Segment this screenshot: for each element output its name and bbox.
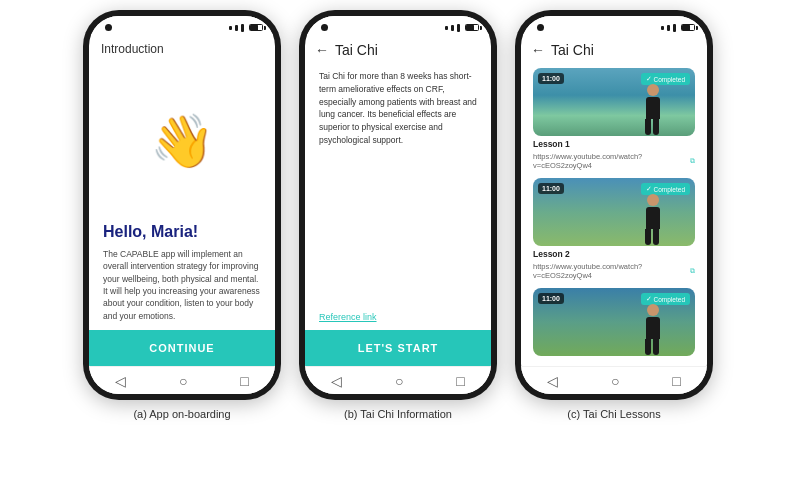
camera-dot <box>537 24 544 31</box>
nav-recent[interactable]: □ <box>456 373 464 389</box>
nav-recent[interactable]: □ <box>672 373 680 389</box>
description-text: The CAPABLE app will implement an overal… <box>103 248 261 322</box>
lesson-item-2: 11:00 ✓ Completed Lesson 2 <box>533 178 695 280</box>
signal3 <box>241 24 244 32</box>
reference-link[interactable]: Reference link <box>319 312 477 322</box>
nav-home[interactable]: ○ <box>611 373 619 389</box>
phone2-nav-bar: ◁ ○ □ <box>305 366 491 394</box>
taichi-lessons-title: Tai Chi <box>551 42 594 58</box>
intro-title: Introduction <box>101 42 164 56</box>
phone1-header: Introduction <box>89 36 275 60</box>
phone3-status-bar <box>521 16 707 36</box>
phone1-inner: Introduction 👋 Hello, Maria! The CAPABLE… <box>89 16 275 394</box>
nav-back[interactable]: ◁ <box>547 373 558 389</box>
caption3: (c) Tai Chi Lessons <box>515 408 713 420</box>
battery <box>465 24 479 31</box>
continue-button[interactable]: CONTINUE <box>89 330 275 366</box>
signal1 <box>661 26 664 30</box>
lesson2-label: Lesson 2 <box>533 249 695 259</box>
nav-back[interactable]: ◁ <box>115 373 126 389</box>
signal1 <box>445 26 448 30</box>
phone3-container: ← Tai Chi 11:00 ✓ Completed <box>515 10 713 400</box>
external-link-icon: ⧉ <box>690 157 695 165</box>
lesson3-thumbnail[interactable]: 11:00 ✓ Completed <box>533 288 695 356</box>
lesson2-link[interactable]: https://www.youtube.com/watch?v=cEOS2zoy… <box>533 262 695 280</box>
phone2-inner: ← Tai Chi Tai Chi for more than 8 weeks … <box>305 16 491 394</box>
phone2-body: Tai Chi for more than 8 weeks has short-… <box>305 62 491 330</box>
lesson1-thumbnail[interactable]: 11:00 ✓ Completed <box>533 68 695 136</box>
battery <box>681 24 695 31</box>
status-right <box>445 24 479 32</box>
lesson1-link[interactable]: https://www.youtube.com/watch?v=cEOS2zoy… <box>533 152 695 170</box>
signal1 <box>229 26 232 30</box>
taichi-info-title: Tai Chi <box>335 42 378 58</box>
lesson3-time: 11:00 <box>538 293 564 304</box>
battery <box>249 24 263 31</box>
phone1: Introduction 👋 Hello, Maria! The CAPABLE… <box>83 10 281 400</box>
signal3 <box>673 24 676 32</box>
lesson1-time: 11:00 <box>538 73 564 84</box>
nav-home[interactable]: ○ <box>179 373 187 389</box>
phones-row: Introduction 👋 Hello, Maria! The CAPABLE… <box>20 10 776 400</box>
camera-dot <box>105 24 112 31</box>
greeting-text: Hello, Maria! <box>103 223 261 241</box>
back-button[interactable]: ← <box>315 42 329 58</box>
caption1: (a) App on-boarding <box>83 408 281 420</box>
nav-back[interactable]: ◁ <box>331 373 342 389</box>
phone3: ← Tai Chi 11:00 ✓ Completed <box>515 10 713 400</box>
phone1-container: Introduction 👋 Hello, Maria! The CAPABLE… <box>83 10 281 400</box>
lesson2-person <box>639 194 667 246</box>
phone2: ← Tai Chi Tai Chi for more than 8 weeks … <box>299 10 497 400</box>
phone1-nav-bar: ◁ ○ □ <box>89 366 275 394</box>
phone2-status-bar <box>305 16 491 36</box>
phone3-inner: ← Tai Chi 11:00 ✓ Completed <box>521 16 707 394</box>
phone2-container: ← Tai Chi Tai Chi for more than 8 weeks … <box>299 10 497 400</box>
phone1-content: Introduction 👋 Hello, Maria! The CAPABLE… <box>89 36 275 330</box>
signal3 <box>457 24 460 32</box>
caption2: (b) Tai Chi Information <box>299 408 497 420</box>
lesson-item-1: 11:00 ✓ Completed Lesson 1 <box>533 68 695 170</box>
lesson2-thumbnail[interactable]: 11:00 ✓ Completed <box>533 178 695 246</box>
lets-start-button[interactable]: LET'S START <box>305 330 491 366</box>
phone1-status-bar <box>89 16 275 36</box>
phone1-emoji: 👋 <box>89 60 275 223</box>
lesson-item-3: 11:00 ✓ Completed <box>533 288 695 356</box>
signal2 <box>451 25 454 31</box>
phone3-header: ← Tai Chi <box>521 36 707 62</box>
captions-row: (a) App on-boarding (b) Tai Chi Informat… <box>20 408 776 420</box>
external-link-icon: ⧉ <box>690 267 695 275</box>
lesson3-person <box>639 304 667 356</box>
signal2 <box>667 25 670 31</box>
status-right <box>229 24 263 32</box>
phone3-nav-bar: ◁ ○ □ <box>521 366 707 394</box>
nav-home[interactable]: ○ <box>395 373 403 389</box>
lesson1-label: Lesson 1 <box>533 139 695 149</box>
phone2-header: ← Tai Chi <box>305 36 491 62</box>
back-button[interactable]: ← <box>531 42 545 58</box>
lessons-list: 11:00 ✓ Completed Lesson 1 <box>521 62 707 366</box>
signal2 <box>235 25 238 31</box>
phone1-text-area: Hello, Maria! The CAPABLE app will imple… <box>89 223 275 330</box>
taichi-description: Tai Chi for more than 8 weeks has short-… <box>319 70 477 147</box>
lesson2-time: 11:00 <box>538 183 564 194</box>
lesson1-person <box>639 84 667 136</box>
camera-dot <box>321 24 328 31</box>
nav-recent[interactable]: □ <box>240 373 248 389</box>
status-right <box>661 24 695 32</box>
